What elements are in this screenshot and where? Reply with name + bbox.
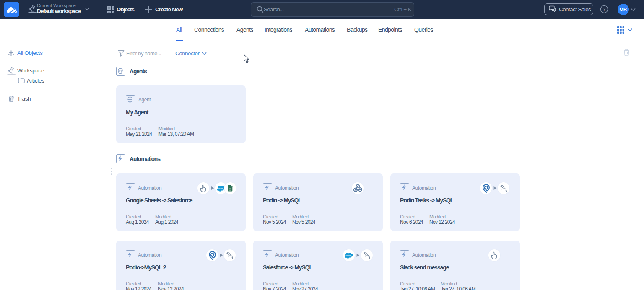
svg-text:?: ?: [603, 7, 605, 12]
